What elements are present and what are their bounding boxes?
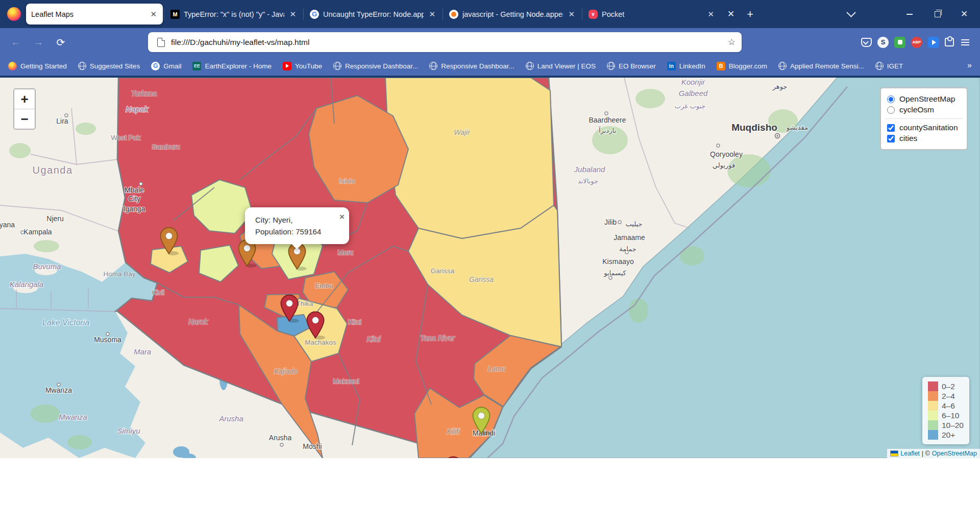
town-dot (618, 221, 621, 224)
layer-control-separator (885, 118, 963, 119)
bookmark-getting-started[interactable]: Getting Started (8, 62, 67, 70)
popup-line1: City: Nyeri, (255, 216, 292, 224)
osm-attribution-link[interactable]: OpenStreetMap (932, 450, 977, 457)
tab-separator (582, 9, 582, 20)
tab-close-icon[interactable]: ✕ (428, 10, 436, 19)
map-label: جوهر (772, 83, 788, 91)
tab-separator (164, 9, 164, 20)
bookmark-gmail[interactable]: GGmail (151, 62, 181, 70)
county-wajir[interactable] (385, 78, 554, 238)
overlay-countysanitation[interactable]: countySanitation (887, 123, 961, 132)
restore-button[interactable] (926, 0, 949, 28)
tab-uncaught-typeerror-node-[interactable]: GUncaught TypeError: Node.appe✕ (305, 4, 442, 25)
tab-pocket[interactable]: ∨Pocket✕ (583, 4, 720, 25)
tab-title: Leaflet Maps (31, 10, 145, 18)
list-all-tabs-button[interactable] (839, 0, 863, 28)
map-canvas[interactable]: NapakLiraUgandaMbaleCityIgangaNjeruKampa… (0, 78, 980, 458)
overlay-cities[interactable]: cities (887, 134, 961, 143)
bookmark-responsive-dashboar-[interactable]: Responsive Dashboar... (333, 62, 418, 70)
mdn-favicon-icon: M (170, 10, 180, 19)
map-label: City (128, 195, 140, 203)
map-label: Narok (188, 318, 208, 326)
close-last-tab-icon[interactable]: ✕ (727, 9, 734, 19)
map-label: Kajiado (274, 367, 298, 375)
base-layer-radio[interactable] (887, 95, 895, 103)
bookmark-land-viewer-eos[interactable]: Land Viewer | EOS (526, 62, 596, 70)
map-label: Kismaayo (602, 257, 634, 266)
map-label: جمامة (619, 245, 636, 253)
url-text[interactable]: file:///D:/gachuhi/my-leaflet-vs/map.htm… (171, 38, 728, 47)
menu-hamburger-icon[interactable] (960, 37, 971, 48)
base-layer-openstreetmap[interactable]: OpenStreetMap (887, 94, 961, 104)
bookmark-applied-remote-sensi-[interactable]: Applied Remote Sensi... (778, 62, 864, 70)
adblock-plus-icon[interactable]: ABP (911, 37, 922, 48)
tab-title: Uncaught TypeError: Node.appe (323, 10, 424, 18)
legend-label: 6–10 (942, 411, 959, 420)
bookmark-earthexplorer-home[interactable]: EEEarthExplorer - Home (192, 62, 272, 70)
tab-leaflet-maps[interactable]: Leaflet Maps✕ (26, 4, 163, 25)
tab-close-icon[interactable]: ✕ (706, 10, 715, 19)
legend-swatch (928, 420, 938, 430)
pocket-save-icon[interactable] (861, 38, 872, 47)
layer-control: OpenStreetMapcycleOsm countySanitationci… (880, 87, 968, 150)
back-button[interactable]: ← (7, 28, 24, 56)
overlay-checkbox[interactable] (887, 135, 895, 142)
bookmark-eo-browser[interactable]: EO Browser (607, 62, 656, 70)
forward-button[interactable]: → (30, 28, 47, 56)
map-label: West Pok (111, 134, 140, 141)
leaflet-map[interactable]: NapakLiraUgandaMbaleCityIgangaNjeruKampa… (0, 76, 980, 458)
tab-close-icon[interactable]: ✕ (567, 10, 576, 19)
bookmark-linkedin[interactable]: inLinkedIn (667, 62, 705, 70)
map-label: Baardheere (589, 116, 626, 124)
map-label: Wajir (454, 128, 471, 136)
bookmark-iget[interactable]: IGET (875, 62, 903, 70)
popup-close-button[interactable]: × (339, 210, 345, 224)
globe-icon (607, 62, 615, 70)
zoom-out-button[interactable]: − (14, 109, 35, 129)
base-layer-cycleosm[interactable]: cycleOsm (887, 105, 961, 114)
bookmark-star-icon[interactable]: ☆ (728, 37, 736, 47)
map-label: Mbale (125, 186, 144, 194)
extensions-puzzle-icon[interactable] (945, 38, 954, 46)
bookmark-responsive-dashboar-[interactable]: Responsive Dashboar... (429, 62, 514, 70)
overlay-checkbox[interactable] (887, 124, 895, 132)
map-label: Kisii (152, 289, 165, 296)
map-label: Musoma (94, 336, 121, 344)
green-extension-icon[interactable] (894, 37, 905, 48)
tab-typeerror-x-is-not-y-jav[interactable]: MTypeError: "x" is (not) "y" - Java✕ (165, 4, 302, 25)
scribd-icon[interactable]: S (877, 37, 889, 48)
globe-icon (875, 62, 884, 70)
tab-close-icon[interactable]: ✕ (288, 10, 297, 19)
map-label: باردبرآ (598, 126, 616, 135)
new-tab-button[interactable]: + (747, 8, 753, 21)
map-label: كيسمايو (603, 269, 626, 277)
bookmark-suggested-sites[interactable]: Suggested Sites (78, 62, 140, 70)
close-window-button[interactable]: ✕ (952, 0, 976, 28)
base-layer-radio[interactable] (887, 106, 895, 114)
zoom-in-button[interactable]: + (14, 89, 35, 109)
bookmark-youtube[interactable]: YouTube (283, 62, 322, 70)
legend-swatch (928, 381, 938, 391)
minimize-button[interactable] (898, 0, 921, 28)
globe-icon (526, 62, 534, 70)
ukraine-flag-icon (890, 450, 898, 457)
bookmark-blogger-com[interactable]: BBlogger.com (717, 62, 767, 70)
firefox-icon (8, 62, 17, 70)
tab-close-icon[interactable]: ✕ (149, 10, 158, 19)
reload-button[interactable]: ⟳ (52, 28, 69, 56)
globe-icon (333, 62, 341, 70)
url-bar[interactable]: file:///D:/gachuhi/my-leaflet-vs/map.htm… (148, 32, 742, 52)
town-dot (280, 443, 283, 446)
firefox-logo-icon[interactable] (7, 7, 21, 21)
blue-extension-icon[interactable] (928, 37, 939, 48)
leaflet-attribution-link[interactable]: Leaflet (900, 450, 920, 457)
map-attribution: Leaflet | © OpenStreetMap (887, 449, 980, 458)
tab-title: Pocket (602, 10, 702, 18)
bookmarks-overflow-chevron[interactable]: » (967, 61, 972, 70)
youtube-icon (283, 62, 291, 70)
tab-javascript-getting-node-[interactable]: javascript - Getting Node.appen✕ (444, 4, 581, 25)
forest-patch (9, 143, 31, 158)
forest-patch (31, 404, 60, 423)
map-label: جيليب (626, 220, 643, 228)
minimize-icon (906, 14, 913, 15)
